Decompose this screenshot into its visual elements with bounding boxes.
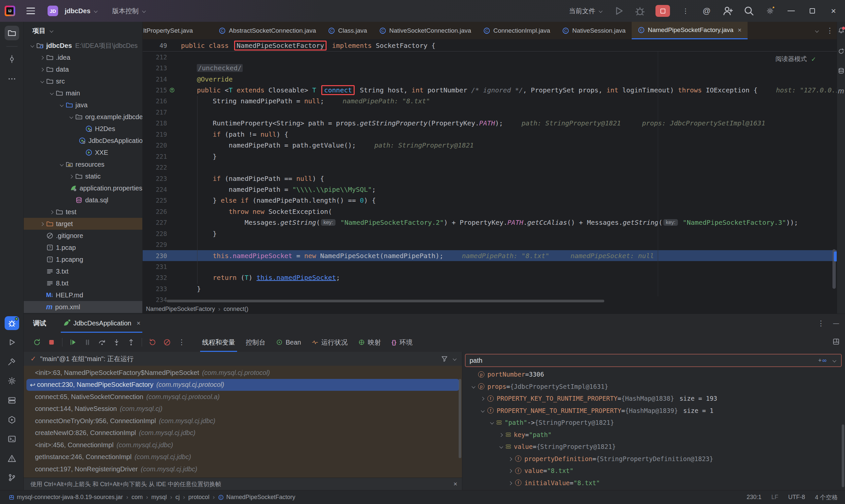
stop-button[interactable] [655, 5, 670, 17]
status-crumb[interactable]: mysql [151, 494, 167, 501]
project-avatar[interactable]: JD [48, 6, 58, 16]
tool-build-button[interactable] [5, 355, 19, 369]
add-watch-icon[interactable] [818, 357, 827, 364]
run-configuration-widget[interactable]: 当前文件 [569, 6, 603, 16]
thread-chevron-icon[interactable] [452, 356, 457, 361]
settings-button[interactable] [764, 5, 776, 17]
chevron-right-icon[interactable] [499, 432, 504, 437]
gutter[interactable]: 231 [143, 263, 177, 270]
code-with-me-icon[interactable] [701, 5, 712, 17]
close-session-icon[interactable] [137, 320, 141, 327]
editor-hscrollbar[interactable] [167, 300, 604, 302]
tree-row-data.sql[interactable]: data.sql [24, 194, 142, 206]
tab-options-icon[interactable] [826, 26, 833, 35]
variable-row-propertyDefinition[interactable]: fpropertyDefinition = {StringPropertyDef… [462, 453, 845, 465]
step-over-button[interactable] [95, 336, 109, 349]
tree-row-main[interactable]: main [24, 87, 142, 99]
status-crumb[interactable]: protocol [188, 494, 209, 501]
tree-row-H2Des[interactable]: H2Des [24, 123, 142, 135]
tree-row-src[interactable]: src [24, 75, 142, 87]
chevron-right-icon[interactable] [49, 209, 54, 215]
tool-project-button[interactable] [5, 26, 19, 40]
tab-NamedPipeSocketFactory.java[interactable]: CNamedPipeSocketFactory.java [632, 22, 747, 39]
thread-status-row[interactable]: "main"@1 在组"main": 正在运行 [24, 352, 462, 366]
frame-row[interactable]: connectOneTryOnly:956, ConnectionImpl(co… [24, 415, 462, 427]
chevron-down-icon[interactable] [499, 444, 504, 449]
chevron-down-icon[interactable] [489, 420, 495, 425]
layout-settings-button[interactable] [832, 338, 845, 346]
frame-row[interactable]: connect:144, NativeSession(com.mysql.cj) [24, 403, 462, 415]
gutter[interactable]: 233 [143, 285, 177, 292]
maximize-button[interactable] [807, 5, 818, 17]
chevron-down-icon[interactable] [480, 408, 486, 413]
tool-commit-button[interactable] [5, 52, 19, 66]
frame-row[interactable]: connect:197, NonRegisteringDriver(com.my… [24, 463, 462, 475]
gutter[interactable]: 213 [143, 65, 177, 72]
frames-scrollbar[interactable] [459, 379, 461, 458]
chevron-right-icon[interactable] [508, 468, 513, 473]
gutter[interactable]: 226 [143, 208, 177, 215]
tree-row-target[interactable]: target [24, 218, 142, 230]
status-widget-4 个空格[interactable]: 4 个空格 [815, 493, 838, 501]
chevron-down-icon[interactable] [471, 384, 476, 389]
close-button[interactable]: × [828, 5, 839, 17]
tree-row-3.txt[interactable]: 3.txt [24, 265, 142, 277]
expression-history-chevron-icon[interactable] [832, 358, 837, 363]
chevron-right-icon[interactable] [40, 55, 45, 60]
evaluate-expression-input[interactable]: path [465, 354, 842, 367]
tree-row-1.pcapng[interactable]: ?1.pcapng [24, 253, 142, 265]
database-tool-button[interactable] [838, 67, 845, 74]
tab-Class.java[interactable]: CClass.java [322, 22, 373, 39]
reader-mode-widget[interactable]: 阅读器模式 [775, 55, 816, 64]
maven-tool-button[interactable] [838, 87, 844, 95]
variables-scrollbar[interactable] [842, 425, 844, 487]
tool-run-button[interactable] [5, 336, 19, 349]
tree-row-JdbcDesApplication[interactable]: JdbcDesApplication [24, 135, 142, 146]
chevron-right-icon[interactable] [40, 67, 45, 72]
project-widget[interactable]: jdbcDes [65, 7, 99, 15]
status-widget-UTF-8[interactable]: UTF-8 [788, 494, 805, 501]
code-editor[interactable]: 212213 /unchecked/214 @Override215 publi… [143, 52, 837, 304]
tree-row-pom.xml[interactable]: pom.xml [24, 301, 142, 313]
gutter[interactable]: 219 [143, 131, 177, 138]
gutter[interactable]: 224 [143, 186, 177, 193]
mute-breakpoints-button[interactable] [160, 336, 174, 349]
gutter[interactable]: 218 [143, 120, 177, 127]
close-tab-icon[interactable] [738, 26, 742, 34]
tree-row-static[interactable]: static [24, 170, 142, 182]
drop-frame-button[interactable] [146, 336, 159, 349]
tree-row-HELP.md[interactable]: HELP.md [24, 289, 142, 301]
status-crumb[interactable]: CNamedPipeSocketFactory [218, 494, 295, 501]
hide-panel-icon[interactable]: — [833, 320, 839, 327]
tree-row-resources[interactable]: resources [24, 158, 142, 170]
tab-NativeSession.java[interactable]: CNativeSession.java [556, 22, 632, 39]
step-into-button[interactable] [110, 336, 123, 349]
gutter[interactable]: 49 [143, 42, 177, 49]
tool-more-button[interactable] [5, 72, 19, 86]
gutter[interactable]: 225 [143, 197, 177, 204]
tree-row-.gitignore[interactable]: .gitignore [24, 230, 142, 241]
add-user-button[interactable] [722, 5, 734, 17]
variable-row-initialValue[interactable]: finitialValue = "8.txt" [462, 477, 845, 489]
chevron-right-icon[interactable] [508, 456, 513, 462]
vcs-widget[interactable]: 版本控制 [112, 6, 147, 16]
gutter[interactable]: 228 [143, 230, 177, 237]
tool-terminal-button[interactable] [5, 432, 19, 446]
gutter[interactable]: 221 [143, 153, 177, 160]
filter-icon[interactable] [441, 355, 448, 362]
run-button[interactable] [613, 5, 624, 17]
tool-layers-button[interactable] [5, 393, 19, 407]
tool-debug-button[interactable] [5, 316, 19, 330]
debug-tab-映射[interactable]: 映射 [353, 333, 386, 352]
tool-hexagon-run-button[interactable] [5, 413, 19, 427]
status-widget-LF[interactable]: LF [771, 494, 778, 501]
chevron-down-icon[interactable] [30, 43, 35, 48]
gutter[interactable]: 223 [143, 175, 177, 182]
gutter[interactable]: 230 [143, 252, 177, 259]
rerun-button[interactable] [30, 336, 43, 349]
tool-services-button[interactable] [5, 374, 19, 388]
close-hint-icon[interactable] [453, 480, 457, 488]
gutter[interactable]: 222 [143, 164, 177, 171]
status-crumb[interactable]: com [131, 494, 143, 501]
gutter[interactable]: 212 [143, 53, 177, 61]
